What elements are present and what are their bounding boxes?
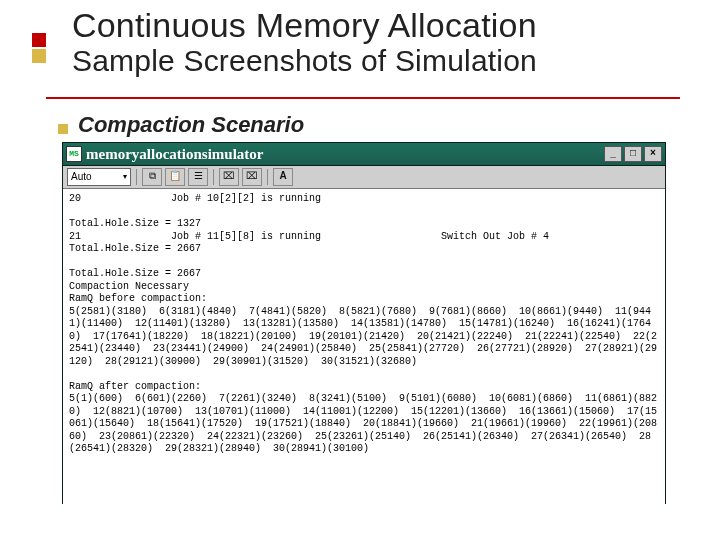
- window-titlebar: MS memoryallocationsimulator _ □ ×: [63, 143, 665, 166]
- bullet-square: [58, 124, 68, 134]
- toolbar-separator: [213, 169, 214, 185]
- slide: Continuous Memory Allocation Sample Scre…: [0, 0, 720, 540]
- title-rule: [46, 97, 680, 99]
- combo-value: Auto: [71, 169, 92, 185]
- scenario-label: Compaction Scenario: [78, 112, 304, 138]
- simulator-window: MS memoryallocationsimulator _ □ × Auto …: [62, 142, 666, 504]
- maximize-button[interactable]: □: [624, 146, 642, 162]
- window-buttons: _ □ ×: [604, 146, 662, 162]
- copy-icon[interactable]: ⧉: [142, 168, 162, 186]
- terminal-output: 20 Job # 10[2][2] is running Total.Hole.…: [63, 189, 665, 505]
- properties-icon[interactable]: ☰: [188, 168, 208, 186]
- font-size-combo[interactable]: Auto ▾: [67, 168, 131, 186]
- title-sub: Sample Screenshots of Simulation: [72, 44, 692, 78]
- view2-icon[interactable]: ⌧: [242, 168, 262, 186]
- toolbar: Auto ▾ ⧉ 📋 ☰ ⌧ ⌧ A: [63, 166, 665, 189]
- font-icon[interactable]: A: [273, 168, 293, 186]
- window-title: memoryallocationsimulator: [86, 146, 600, 163]
- toolbar-separator: [136, 169, 137, 185]
- toolbar-separator: [267, 169, 268, 185]
- title-block: Continuous Memory Allocation Sample Scre…: [72, 6, 692, 78]
- accent-square-bottom: [32, 49, 46, 63]
- chevron-down-icon: ▾: [123, 169, 127, 185]
- paste-icon[interactable]: 📋: [165, 168, 185, 186]
- minimize-button[interactable]: _: [604, 146, 622, 162]
- view1-icon[interactable]: ⌧: [219, 168, 239, 186]
- app-icon: MS: [66, 146, 82, 162]
- accent-square-top: [32, 33, 46, 47]
- close-button[interactable]: ×: [644, 146, 662, 162]
- title-main: Continuous Memory Allocation: [72, 6, 692, 44]
